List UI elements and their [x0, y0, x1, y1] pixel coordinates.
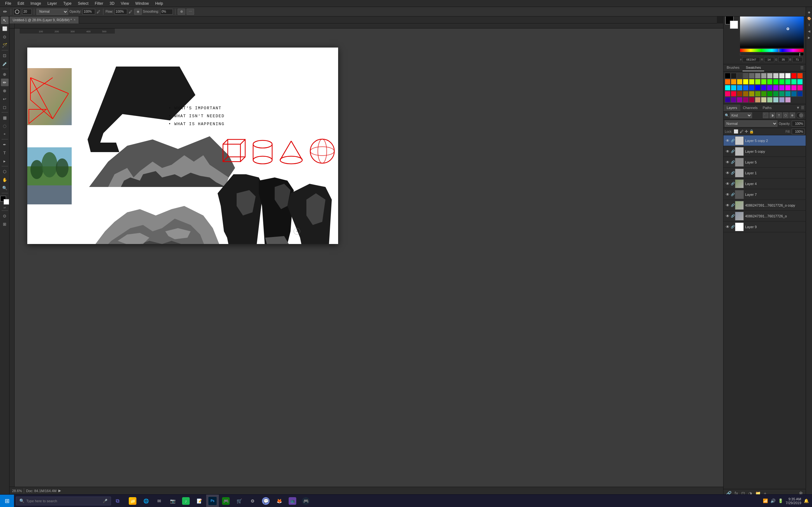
menu-image[interactable]: Image: [27, 0, 44, 7]
swatch-item[interactable]: [755, 85, 761, 91]
start-button[interactable]: ⊞: [0, 495, 14, 507]
swatch-item[interactable]: [761, 91, 767, 97]
taskbar-search[interactable]: 🔍 Type here to search 🎤: [16, 497, 111, 505]
layer-chain-icon[interactable]: 🔗: [730, 150, 735, 153]
menu-select[interactable]: Select: [74, 0, 91, 7]
right-icon-expand-left[interactable]: ◀: [807, 29, 812, 34]
taskbar-app-chrome[interactable]: 🌐: [140, 495, 152, 507]
taskbar-volume-icon[interactable]: 🔊: [770, 498, 775, 503]
swatch-item[interactable]: [773, 73, 779, 78]
smoothing-input[interactable]: 0%: [160, 9, 173, 14]
swatch-item[interactable]: [731, 97, 737, 103]
layers-expand-icon[interactable]: ▼: [796, 106, 800, 110]
taskbar-app-explorer[interactable]: 📁: [126, 495, 139, 507]
canvas-area[interactable]: /* ruler marks */: [9, 23, 723, 498]
swatch-item[interactable]: [773, 91, 779, 97]
taskbar-app-camera[interactable]: 📷: [166, 495, 179, 507]
layer-item[interactable]: 👁🔗4086247391...76017726_o copy: [723, 200, 806, 211]
tab-brushes[interactable]: Brushes: [723, 64, 743, 71]
swatch-item[interactable]: [743, 91, 749, 97]
taskbar-notification-icon[interactable]: 🔔: [804, 498, 809, 503]
layer-item[interactable]: 👁🔗4086247391...76017726_o: [723, 211, 806, 222]
swatches-menu-icon[interactable]: ☰: [800, 66, 804, 70]
swatch-item[interactable]: [767, 85, 773, 91]
layer-visibility-toggle[interactable]: 👁: [725, 138, 730, 144]
taskbar-app-game[interactable]: 🎮: [219, 495, 232, 507]
tool-crop[interactable]: ⊡: [1, 52, 9, 59]
opacity-input[interactable]: 100%: [83, 9, 95, 14]
layer-chain-icon[interactable]: 🔗: [730, 171, 735, 175]
taskbar-task-view[interactable]: ⧉: [111, 495, 124, 507]
taskbar-app-mail[interactable]: ✉: [153, 495, 165, 507]
document-tab[interactable]: Untitled-1 @ 28.6% (Layer 9, RGB/8#) * ×: [9, 16, 79, 23]
lock-image-icon[interactable]: 🖊: [740, 129, 744, 134]
swatch-item[interactable]: [785, 85, 791, 91]
layer-visibility-toggle[interactable]: 👁: [725, 224, 730, 230]
tool-type[interactable]: T: [1, 149, 9, 157]
layers-tab-layers[interactable]: Layers: [723, 104, 740, 111]
menu-window[interactable]: Window: [132, 0, 152, 7]
status-arrow[interactable]: ▶: [58, 489, 61, 493]
taskbar-app-discord[interactable]: 💬: [259, 495, 272, 507]
layer-item[interactable]: 👁🔗Layer 7: [723, 189, 806, 200]
layer-visibility-toggle[interactable]: 👁: [725, 203, 730, 208]
swatch-item[interactable]: [725, 79, 730, 84]
swatch-item[interactable]: [761, 85, 767, 91]
tool-zoom[interactable]: 🔍: [1, 184, 9, 192]
tool-gradient[interactable]: ▦: [1, 114, 9, 121]
filter-shape-btn[interactable]: ⬡: [783, 112, 789, 118]
color-b-input[interactable]: 71: [792, 57, 803, 62]
swatch-item[interactable]: [737, 85, 743, 91]
bg-color-swatch[interactable]: [3, 199, 9, 205]
tool-pen[interactable]: ✒: [1, 141, 9, 148]
swatch-item[interactable]: [791, 79, 797, 84]
filter-toggle[interactable]: [796, 112, 804, 118]
layer-chain-icon[interactable]: 🔗: [730, 225, 735, 228]
taskbar-app-ps[interactable]: Ps: [206, 495, 219, 507]
swatch-item[interactable]: [725, 97, 730, 103]
tool-dodge[interactable]: ⚬: [1, 130, 9, 138]
layer-visibility-toggle[interactable]: 👁: [725, 170, 730, 176]
layer-item[interactable]: 👁🔗Layer 9: [723, 222, 806, 232]
swatch-item[interactable]: [779, 79, 785, 84]
swatch-item[interactable]: [737, 73, 743, 78]
swatch-item[interactable]: [785, 91, 791, 97]
swatch-item[interactable]: [791, 73, 797, 78]
taskbar-app-notepad[interactable]: 📝: [193, 495, 206, 507]
layer-chain-icon[interactable]: 🔗: [730, 193, 735, 196]
taskbar-app-music[interactable]: ♪: [180, 495, 192, 507]
tool-screen-mode[interactable]: ⊞: [1, 220, 9, 228]
tool-clone[interactable]: ⊗: [1, 87, 9, 95]
tab-swatches[interactable]: Swatches: [743, 64, 764, 71]
swatch-item[interactable]: [749, 91, 755, 97]
swatch-item[interactable]: [737, 91, 743, 97]
layer-blend-select[interactable]: Normal: [725, 120, 777, 127]
tool-history-brush[interactable]: ↩: [1, 95, 9, 103]
color-g-input[interactable]: 35: [778, 57, 789, 62]
taskbar-app-steam[interactable]: 🎮: [299, 495, 312, 507]
swatch-item[interactable]: [797, 79, 803, 84]
swatch-item[interactable]: [773, 79, 779, 84]
swatch-item[interactable]: [791, 91, 797, 97]
swatch-item[interactable]: [767, 97, 773, 103]
swatch-item[interactable]: [749, 97, 755, 103]
tool-move[interactable]: ↖: [1, 16, 9, 24]
swatch-item[interactable]: [779, 85, 785, 91]
menu-type[interactable]: Type: [60, 0, 74, 7]
taskbar-app-firefox[interactable]: 🦊: [273, 495, 286, 507]
layers-menu-icon[interactable]: ☰: [801, 106, 804, 110]
taskbar-app-store[interactable]: 🛒: [233, 495, 246, 507]
tool-blur[interactable]: ◌: [1, 122, 9, 130]
filter-adjustment-btn[interactable]: ◑: [769, 112, 775, 118]
swatch-item[interactable]: [737, 97, 743, 103]
tool-marquee[interactable]: ⬜: [1, 25, 9, 32]
opacity-slider-color[interactable]: [740, 53, 804, 56]
tool-eraser[interactable]: ◻: [1, 103, 9, 111]
swatch-item[interactable]: [731, 91, 737, 97]
layer-item[interactable]: 👁🔗Layer 4: [723, 178, 806, 189]
hue-slider[interactable]: [740, 49, 804, 52]
flow-input[interactable]: 100%: [114, 9, 127, 14]
swatch-item[interactable]: [755, 97, 761, 103]
swatch-item[interactable]: [743, 97, 749, 103]
fg-bg-color-widget[interactable]: [0, 196, 9, 205]
